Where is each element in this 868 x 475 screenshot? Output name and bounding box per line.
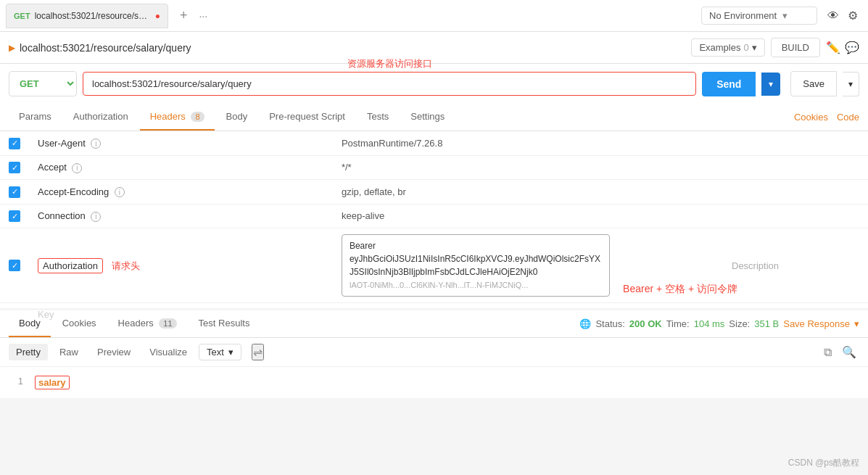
- tab-tests[interactable]: Tests: [357, 104, 399, 131]
- header-key: Accept-Encoding i: [29, 180, 333, 205]
- header-value: PostmanRuntime/7.26.8: [333, 131, 723, 155]
- size-value: 351 B: [754, 318, 779, 329]
- bearer-description: Description: [723, 228, 868, 303]
- request-tab[interactable]: GET localhost:53021/resource/salar... ●: [6, 4, 168, 28]
- tab-prerequest-script[interactable]: Pre-request Script: [259, 104, 355, 131]
- send-button[interactable]: Send: [702, 72, 756, 96]
- tab-headers[interactable]: Headers 8: [140, 104, 215, 131]
- send-dropdown-button[interactable]: ▾: [761, 73, 780, 96]
- authorization-key-cell: Authorization: [38, 258, 103, 273]
- response-tab-cookies[interactable]: Cookies: [52, 310, 107, 337]
- raw-button[interactable]: Raw: [52, 344, 86, 360]
- status-label: Status:: [595, 318, 624, 329]
- header-key: User-Agent i: [29, 131, 333, 155]
- status-value: 200 OK: [629, 318, 662, 329]
- header-description: [723, 155, 868, 180]
- row-checkbox[interactable]: ✓: [9, 162, 20, 173]
- request-tabs-nav: Params Authorization Headers 8 Body Pre-…: [0, 104, 868, 131]
- more-tabs-button[interactable]: ···: [193, 7, 213, 25]
- info-icon[interactable]: i: [91, 212, 101, 222]
- code-line: 1 salary: [9, 376, 859, 389]
- response-tab-test-results[interactable]: Test Results: [189, 310, 260, 337]
- url-input[interactable]: [83, 72, 696, 96]
- code-link[interactable]: Code: [837, 112, 859, 123]
- auth-annotation-label: 请求头: [112, 260, 140, 271]
- request-area: GET POST PUT DELETE 资源服务器访问接口 Send ▾ Sav…: [0, 64, 868, 301]
- response-area: Body Cookies Headers 11 Test Results 🌐 S…: [0, 308, 868, 398]
- response-tab-headers[interactable]: Headers 11: [108, 310, 187, 337]
- settings-icon-button[interactable]: ⚙: [843, 4, 862, 27]
- url-annotation-label: 资源服务器访问接口: [347, 57, 432, 70]
- tab-url-text: localhost:53021/resource/salar...: [35, 11, 151, 21]
- pretty-button[interactable]: Pretty: [9, 344, 48, 360]
- row-checkbox[interactable]: ✓: [9, 260, 20, 271]
- comment-icon-button[interactable]: 💬: [845, 41, 859, 54]
- line-number: 1: [9, 376, 23, 387]
- chevron-down-icon: ▾: [228, 347, 233, 358]
- header-description: [723, 131, 868, 155]
- examples-button[interactable]: Examples 0 ▾: [691, 38, 764, 57]
- headers-table: ✓ User-Agent i PostmanRuntime/7.26.8 ✓ A…: [0, 131, 868, 326]
- search-icon-button[interactable]: 🔍: [839, 342, 859, 362]
- method-select[interactable]: GET POST PUT DELETE: [9, 71, 77, 96]
- row-checkbox[interactable]: ✓: [9, 138, 20, 149]
- table-row: ✓ User-Agent i PostmanRuntime/7.26.8: [0, 131, 868, 155]
- add-tab-button[interactable]: +: [174, 5, 194, 26]
- env-selector-label: No Environment: [709, 10, 777, 21]
- examples-label: Examples: [699, 42, 740, 53]
- headers-badge: 8: [191, 112, 204, 122]
- globe-icon: 🌐: [579, 318, 591, 329]
- save-button[interactable]: Save: [790, 71, 837, 96]
- chevron-down-icon: ▾: [752, 42, 757, 53]
- method-url-row: GET POST PUT DELETE 资源服务器访问接口 Send ▾ Sav…: [0, 64, 868, 104]
- visualize-button[interactable]: Visualize: [142, 344, 194, 360]
- edit-icon-button[interactable]: ✏️: [826, 41, 840, 54]
- table-row: ✓ Authorization 请求头 Bearer eyJhbGciOiJSU…: [0, 228, 868, 303]
- build-button[interactable]: BUILD: [771, 38, 820, 57]
- save-response-button[interactable]: Save Response: [783, 318, 850, 329]
- info-icon[interactable]: i: [91, 139, 101, 149]
- header-key: Connection i: [29, 204, 333, 228]
- breadcrumb-text: localhost:53021/resource/salary/query: [20, 42, 691, 54]
- save-dropdown-button[interactable]: ▾: [843, 72, 859, 96]
- tab-authorization[interactable]: Authorization: [63, 104, 139, 131]
- tab-body[interactable]: Body: [216, 104, 258, 131]
- top-bar: GET localhost:53021/resource/salar... ● …: [0, 0, 868, 32]
- time-value: 104 ms: [694, 318, 725, 329]
- header-key: Accept i: [29, 155, 333, 180]
- header-description: [723, 180, 868, 205]
- cookies-link[interactable]: Cookies: [794, 112, 828, 123]
- chevron-down-icon: ▾: [854, 318, 859, 329]
- size-label: Size:: [729, 318, 750, 329]
- response-tabs-nav: Body Cookies Headers 11 Test Results 🌐 S…: [0, 310, 868, 338]
- table-row: ✓ Accept i */*: [0, 155, 868, 180]
- wrap-icon-button[interactable]: ⇌: [252, 344, 264, 360]
- header-description: [723, 204, 868, 228]
- time-label: Time:: [666, 318, 690, 329]
- environment-selector[interactable]: No Environment ▾: [701, 7, 817, 25]
- row-checkbox[interactable]: ✓: [9, 210, 20, 222]
- copy-icon-button[interactable]: ⧉: [821, 343, 835, 362]
- text-type-dropdown[interactable]: Text ▾: [199, 344, 241, 360]
- breadcrumb-arrow-icon: ▶: [9, 43, 15, 53]
- tab-settings[interactable]: Settings: [400, 104, 455, 131]
- info-icon[interactable]: i: [72, 163, 82, 173]
- url-input-wrapper: 资源服务器访问接口: [83, 72, 696, 96]
- examples-count: 0: [743, 42, 748, 53]
- preview-button[interactable]: Preview: [90, 344, 138, 360]
- info-icon[interactable]: i: [115, 187, 125, 197]
- tab-params[interactable]: Params: [9, 104, 62, 131]
- chevron-down-icon: ▾: [782, 10, 788, 21]
- text-dropdown-label: Text: [207, 347, 224, 358]
- tab-method-badge: GET: [14, 12, 30, 20]
- tab-unsaved-dot: ●: [155, 11, 160, 21]
- row-checkbox[interactable]: ✓: [9, 186, 20, 198]
- header-value: keep-alive: [333, 204, 723, 228]
- bearer-value-box: Bearer eyJhbGciOiJSUzI1NiIsInR5cCI6IkpXV…: [342, 234, 610, 297]
- table-row: ✓ Accept-Encoding i gzip, deflate, br: [0, 180, 868, 205]
- response-tab-body[interactable]: Body: [9, 310, 51, 337]
- headers-response-badge: 11: [159, 318, 176, 329]
- code-area: 1 salary: [0, 367, 868, 398]
- eye-icon-button[interactable]: 👁: [823, 5, 843, 27]
- url-breadcrumb-bar: ▶ localhost:53021/resource/salary/query …: [0, 32, 868, 64]
